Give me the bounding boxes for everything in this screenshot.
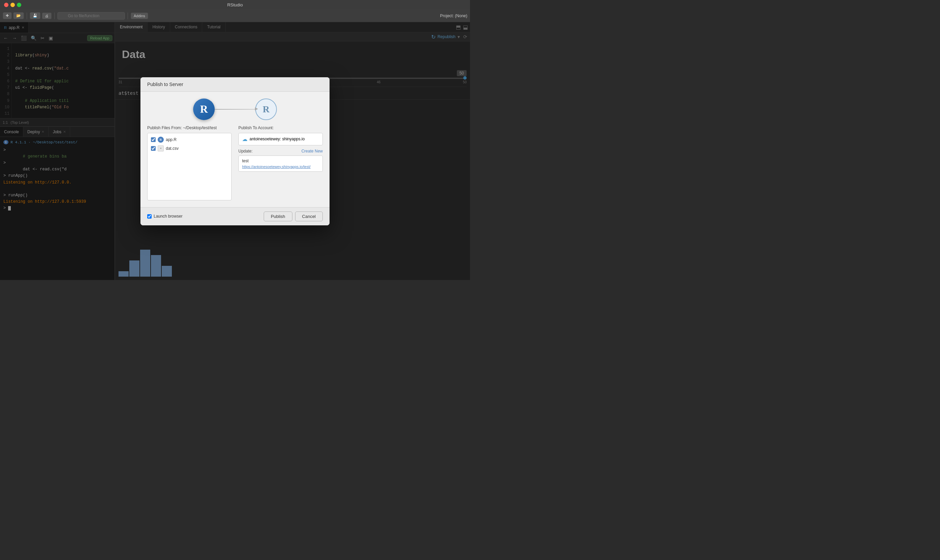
goto-input[interactable] xyxy=(57,12,125,20)
toolbar-sep-2 xyxy=(54,12,55,19)
addins-button[interactable]: Addins xyxy=(131,12,148,19)
publish-dialog: Publish to Server R R Publish Files From… xyxy=(140,77,330,225)
new-file-button[interactable]: ✚ xyxy=(3,12,12,19)
launch-browser-label: Launch browser xyxy=(154,214,182,218)
update-label: Update: xyxy=(238,149,253,154)
cloud-icon: ☁ xyxy=(242,136,247,142)
traffic-lights xyxy=(4,3,21,7)
dialog-files-col: Publish Files From: ~/Desktop/test/test … xyxy=(147,126,232,200)
r-source-icon: R xyxy=(193,98,215,120)
minimize-button[interactable] xyxy=(11,3,15,7)
file-item-dat-csv: ≡ dat.csv xyxy=(150,144,229,153)
title-bar: RStudio xyxy=(0,0,470,9)
account-box: ☁ antoinesoetewey: shinyapps.io xyxy=(238,133,323,145)
dialog-account-col: Publish To Account: ☁ antoinesoetewey: s… xyxy=(238,126,323,200)
file-checkbox-app-r[interactable] xyxy=(151,137,156,142)
project-label: Project: (None) xyxy=(440,14,467,18)
app-name: test xyxy=(242,158,249,163)
app-url[interactable]: https://antoinesoetewey.shinyapps.io/tes… xyxy=(242,165,319,169)
file-list: R app.R ≡ dat.csv xyxy=(147,133,232,200)
window-title: RStudio xyxy=(227,2,243,8)
from-label: Publish Files From: ~/Desktop/test/test xyxy=(147,126,232,130)
file-item-app-r: R app.R xyxy=(150,135,229,144)
icons-row: R R xyxy=(147,98,323,120)
update-box[interactable]: test https://antoinesoetewey.shinyapps.i… xyxy=(238,155,323,172)
launch-browser-checkbox[interactable] xyxy=(147,214,151,218)
main-toolbar: ✚ 📂 💾 🖨 Addins Project: (None) xyxy=(0,9,470,22)
toolbar-sep-3 xyxy=(128,12,128,19)
toolbar-sep-1 xyxy=(27,12,27,19)
file-name-app-r: app.R xyxy=(166,137,177,142)
dialog-header: Publish to Server xyxy=(140,77,330,92)
to-label: Publish To Account: xyxy=(238,126,323,130)
csv-file-icon: ≡ xyxy=(158,145,164,151)
open-file-button[interactable]: 📂 xyxy=(13,12,24,19)
launch-browser-section: Launch browser xyxy=(147,214,182,218)
dialog-body: R R Publish Files From: ~/Desktop/test/t… xyxy=(140,92,330,207)
cancel-button[interactable]: Cancel xyxy=(295,212,323,221)
dialog-overlay: Publish to Server R R Publish Files From… xyxy=(0,22,470,280)
arrow-line xyxy=(215,109,255,110)
account-name: antoinesoetewey: shinyapps.io xyxy=(250,137,304,142)
dialog-footer: Launch browser Publish Cancel xyxy=(140,207,330,225)
dialog-columns: Publish Files From: ~/Desktop/test/test … xyxy=(147,126,323,200)
maximize-button[interactable] xyxy=(17,3,21,7)
r-file-icon-app: R xyxy=(158,137,164,143)
create-new-link[interactable]: Create New xyxy=(301,149,323,154)
file-checkbox-dat-csv[interactable] xyxy=(151,146,156,151)
close-button[interactable] xyxy=(4,3,8,7)
print-button[interactable]: 🖨 xyxy=(42,12,52,19)
dialog-title: Publish to Server xyxy=(147,82,183,87)
update-row: Update: Create New xyxy=(238,149,323,154)
publish-button[interactable]: Publish xyxy=(264,212,292,221)
r-target-icon: R xyxy=(255,98,277,120)
dialog-buttons: Publish Cancel xyxy=(264,212,323,221)
save-button[interactable]: 💾 xyxy=(30,12,40,19)
file-name-dat-csv: dat.csv xyxy=(166,146,179,151)
